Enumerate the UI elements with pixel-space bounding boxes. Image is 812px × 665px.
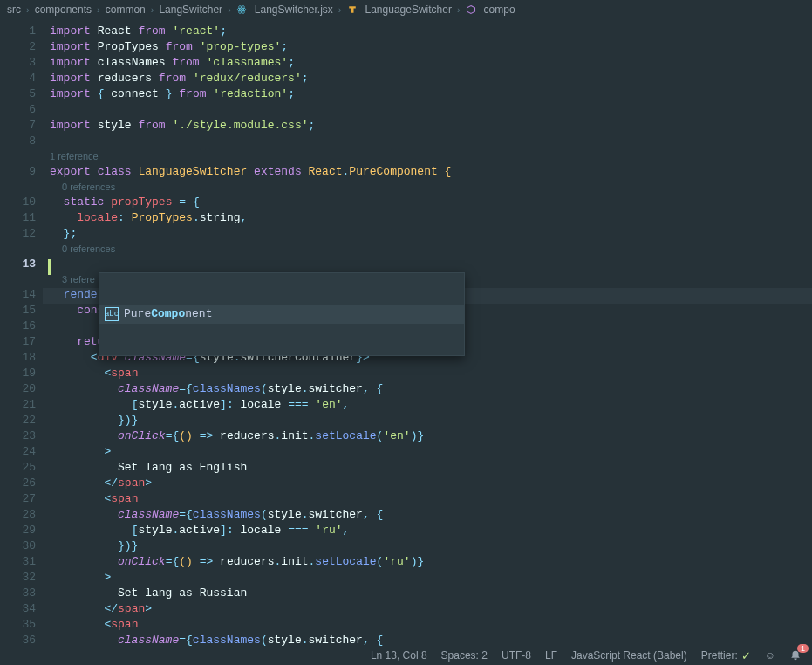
status-encoding[interactable]: UTF-8: [502, 649, 531, 662]
code-lens[interactable]: 0 references: [50, 180, 812, 195]
chevron-right-icon: ›: [457, 4, 461, 15]
code-lens[interactable]: 0 references: [50, 242, 812, 257]
method-symbol-icon: [466, 4, 476, 15]
status-feedback-icon[interactable]: ☺: [765, 649, 775, 662]
symbol-variable-icon: abc: [105, 307, 119, 321]
autocomplete-popup[interactable]: abc PureComponent: [99, 272, 465, 356]
status-indent[interactable]: Spaces: 2: [441, 649, 488, 662]
status-cursor-position[interactable]: Ln 13, Col 8: [371, 649, 427, 662]
chevron-right-icon: ›: [228, 4, 231, 15]
breadcrumb-item[interactable]: compo: [484, 3, 515, 16]
react-file-icon: [236, 4, 247, 15]
chevron-right-icon: ›: [151, 4, 154, 15]
check-icon: ✓: [741, 649, 751, 662]
line-number-gutter: 12345678 9 101112 13 1415161718192021222…: [0, 19, 48, 646]
notification-count-badge: 1: [797, 644, 809, 653]
breadcrumb-item[interactable]: LanguageSwitcher: [365, 3, 452, 16]
chevron-right-icon: ›: [338, 4, 342, 15]
chevron-right-icon: ›: [97, 4, 100, 15]
status-prettier[interactable]: Prettier: ✓: [701, 649, 751, 662]
breadcrumb-item[interactable]: components: [35, 3, 92, 16]
breadcrumb: src › components › common › LangSwitcher…: [0, 0, 812, 19]
class-symbol-icon: [347, 4, 358, 15]
breadcrumb-item[interactable]: src: [7, 3, 21, 16]
autocomplete-item[interactable]: abc PureComponent: [99, 305, 464, 324]
code-lens[interactable]: 1 reference: [50, 149, 812, 164]
code-area[interactable]: import React from 'react'; import PropTy…: [50, 19, 812, 646]
breadcrumb-item[interactable]: common: [106, 3, 146, 16]
status-eol[interactable]: LF: [545, 649, 557, 662]
chevron-right-icon: ›: [26, 4, 30, 15]
breadcrumb-item[interactable]: LangSwitcher: [159, 3, 222, 16]
status-bar: Ln 13, Col 8 Spaces: 2 UTF-8 LF JavaScri…: [0, 646, 812, 665]
status-language-mode[interactable]: JavaScript React (Babel): [571, 649, 687, 662]
notifications-icon[interactable]: 1: [789, 649, 802, 662]
svg-point-0: [241, 9, 242, 10]
code-editor[interactable]: 12345678 9 101112 13 1415161718192021222…: [0, 19, 812, 646]
breadcrumb-item[interactable]: LangSwitcher.jsx: [255, 3, 333, 16]
